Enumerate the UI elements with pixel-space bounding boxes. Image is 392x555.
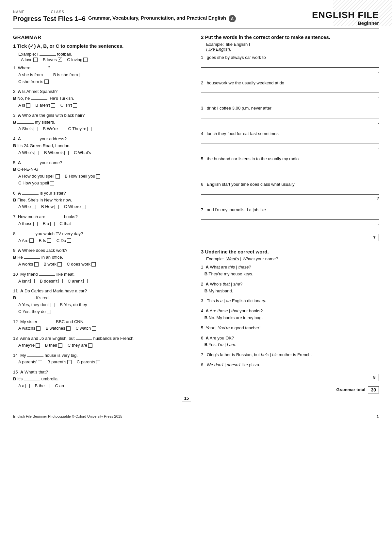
cb-13c[interactable] bbox=[88, 343, 92, 348]
cb-15c[interactable] bbox=[65, 384, 69, 388]
opt-12c: C watch bbox=[75, 325, 96, 332]
opt-15b: B the bbox=[35, 383, 50, 390]
cb-10b[interactable] bbox=[58, 279, 63, 283]
cb-9b[interactable] bbox=[57, 262, 62, 267]
cb-2c[interactable] bbox=[73, 103, 77, 108]
cb-5b[interactable] bbox=[96, 174, 100, 179]
cb-8c[interactable] bbox=[67, 238, 71, 243]
opt-2b: B aren't bbox=[36, 102, 55, 109]
opt-2a: A is bbox=[18, 102, 30, 109]
answer-line-3 bbox=[201, 113, 379, 118]
q3-item-6: 6 A Are you OK? B Yes, I'm | I am. bbox=[201, 335, 379, 349]
q3-item-5: 5 Your | You're a good teacher! bbox=[201, 325, 379, 332]
cb-11a[interactable] bbox=[51, 303, 55, 307]
grammar-section-title: GRAMMAR bbox=[13, 34, 191, 40]
checkbox-c[interactable] bbox=[83, 58, 88, 62]
answer-line-4 bbox=[201, 138, 379, 144]
cb-6c[interactable] bbox=[82, 205, 86, 209]
opt-4b: B Where's bbox=[44, 149, 69, 156]
cb-6b[interactable] bbox=[55, 205, 59, 209]
cb-15a[interactable] bbox=[25, 384, 30, 388]
opt-10a: A isn't bbox=[18, 278, 35, 285]
answer-line-1 bbox=[201, 62, 379, 68]
cb-14c[interactable] bbox=[96, 360, 100, 364]
opt-7b: B a bbox=[43, 220, 55, 227]
cb-12a[interactable] bbox=[36, 326, 41, 331]
blank-1 bbox=[32, 65, 48, 69]
cb-10a[interactable] bbox=[30, 279, 35, 283]
blank-9 bbox=[24, 254, 40, 259]
test-subtitle: Grammar, Vocabulary, Pronunciation, and … bbox=[88, 15, 226, 21]
cb-11b[interactable] bbox=[88, 303, 92, 307]
cb-11c[interactable] bbox=[47, 310, 51, 314]
q2-example: Example: like English I I like English. bbox=[206, 42, 379, 52]
cb-6a[interactable] bbox=[32, 205, 36, 209]
q1-item-4: 4 A your address? B It's 24 Green Road, … bbox=[13, 136, 191, 156]
opt-14c: C parents bbox=[77, 359, 100, 366]
q1-item-5: 5 A your name? B C-H-E-N-G A How do you … bbox=[13, 160, 191, 187]
cb-14b[interactable] bbox=[67, 360, 72, 364]
opt-9c: C does work bbox=[67, 261, 96, 268]
answer-line-2 bbox=[201, 87, 379, 93]
q3-example: Example: What's | Whats your name? bbox=[206, 256, 379, 261]
cb-5a[interactable] bbox=[56, 174, 60, 179]
q3-underline-word: Underline bbox=[205, 249, 228, 254]
opt-14b: B parent's bbox=[47, 359, 72, 366]
cb-8a[interactable] bbox=[29, 238, 34, 243]
cb-2b[interactable] bbox=[51, 103, 55, 108]
cb-14a[interactable] bbox=[38, 360, 42, 364]
header-right: ENGLISH FILE Beginner bbox=[307, 10, 379, 26]
cb-4b[interactable] bbox=[64, 151, 69, 155]
cb-15b[interactable] bbox=[46, 384, 50, 388]
cb-1a[interactable] bbox=[44, 73, 48, 77]
cb-12c[interactable] bbox=[92, 326, 96, 331]
blank-2 bbox=[31, 95, 47, 100]
cb-13a[interactable] bbox=[36, 343, 40, 348]
q1-item-15: 15 A What's that? B It's umbrella. A a B… bbox=[13, 369, 191, 389]
checkbox-b[interactable] bbox=[58, 58, 62, 62]
main-content: GRAMMAR 1 Tick (✓) A, B, or C to complet… bbox=[13, 34, 379, 402]
footer: English File Beginner Photocopiable © Ox… bbox=[13, 412, 379, 419]
q1-item-10: 10 My friend like meat. A isn't B doesn'… bbox=[13, 271, 191, 285]
cb-7a[interactable] bbox=[33, 222, 38, 226]
cb-1c[interactable] bbox=[44, 79, 49, 84]
opt-8a: A Are bbox=[18, 237, 34, 244]
q2-item-2: 2 housework we the usually weekend at do… bbox=[201, 80, 379, 101]
grammar-total-row: Grammar total 30 bbox=[201, 386, 379, 393]
cb-9a[interactable] bbox=[34, 262, 39, 267]
cb-13b[interactable] bbox=[58, 343, 62, 348]
q3-header: 3 Underline the correct word. bbox=[201, 249, 379, 254]
q2-item-5: 5 the husband car listens in to the usua… bbox=[201, 156, 379, 177]
cb-8b[interactable] bbox=[47, 238, 51, 243]
cb-9c[interactable] bbox=[91, 262, 96, 267]
blank-7 bbox=[46, 214, 63, 218]
opt-4c: C What's bbox=[74, 149, 96, 156]
cb-7c[interactable] bbox=[72, 222, 76, 226]
cb-3b[interactable] bbox=[59, 127, 63, 131]
blank-10 bbox=[39, 271, 55, 276]
cb-4a[interactable] bbox=[35, 151, 39, 155]
blank-6 bbox=[22, 190, 39, 195]
cb-7b[interactable] bbox=[50, 222, 55, 226]
blank-3 bbox=[17, 119, 34, 124]
example-opt-c: C loving bbox=[67, 57, 88, 62]
cb-4c[interactable] bbox=[92, 151, 96, 155]
cb-3c[interactable] bbox=[87, 127, 91, 131]
cb-1b[interactable] bbox=[79, 73, 83, 77]
cb-2a[interactable] bbox=[26, 103, 30, 108]
test-badge: A bbox=[229, 15, 236, 22]
answer-line-5 bbox=[201, 163, 379, 169]
q3-score-row: 8 bbox=[201, 372, 379, 381]
opt-3b: B We're bbox=[43, 126, 63, 132]
q3-score-box: 8 bbox=[370, 374, 379, 381]
cb-12b[interactable] bbox=[66, 326, 71, 331]
cb-3a[interactable] bbox=[34, 127, 38, 131]
q3-item-4: 4 A Are those | that your books? B No. M… bbox=[201, 308, 379, 321]
opt-5b: B How spell you bbox=[65, 173, 100, 180]
q1-item-6: 6 A is your sister? B Fine. She's in New… bbox=[13, 190, 191, 210]
checkbox-a[interactable] bbox=[33, 58, 38, 62]
answer-line-6 bbox=[201, 189, 379, 195]
cb-5c[interactable] bbox=[50, 181, 54, 185]
q1-score-row: 15 bbox=[13, 393, 191, 402]
cb-10c[interactable] bbox=[83, 279, 88, 283]
